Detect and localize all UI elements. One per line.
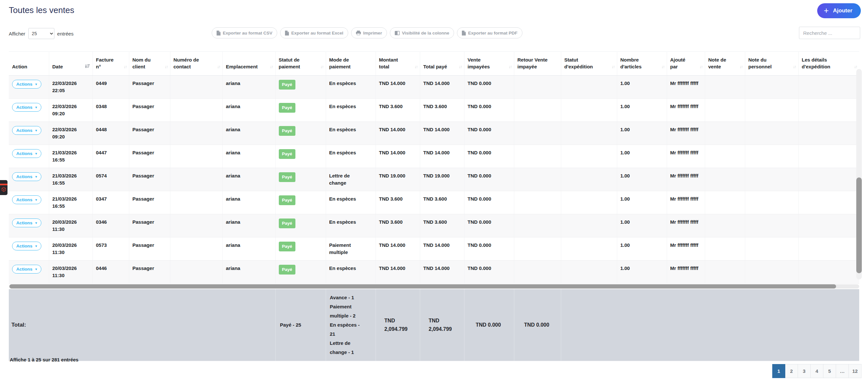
row-actions-button[interactable]: Actions▾	[12, 103, 41, 112]
cell-sell_note	[705, 99, 745, 122]
column-header-staff_note[interactable]: Note du personnel↓↑	[745, 52, 798, 75]
cell-total: TND 14.000	[375, 237, 420, 260]
total-method-item: Lettre de change - 1	[330, 339, 361, 357]
page-button-3[interactable]: 3	[798, 364, 811, 378]
row-actions-button[interactable]: Actions▾	[12, 172, 41, 181]
column-header-contact[interactable]: Numéro de contact↓↑	[170, 52, 222, 75]
cell-location: ariana	[222, 214, 275, 237]
cell-total: TND 3.600	[375, 99, 420, 122]
total-method-item: En espèces - 21	[330, 320, 361, 339]
cell-action: Actions▾	[9, 191, 49, 214]
cell-return_due	[514, 122, 561, 145]
export-excel-button[interactable]: Exporter au format Excel	[280, 27, 348, 38]
cell-shipping_details	[798, 122, 859, 145]
print-button[interactable]: Imprimer	[351, 27, 387, 38]
page-button-12[interactable]: 12	[848, 364, 862, 378]
sort-icon: ↓↑	[270, 63, 273, 70]
column-header-total[interactable]: Montant total↓↑	[375, 52, 420, 75]
cell-due: TND 0.000	[464, 260, 514, 284]
column-header-items[interactable]: Nombre d'articles↓↑	[617, 52, 667, 75]
cell-shipping_details	[798, 191, 859, 214]
page-button-2[interactable]: 2	[785, 364, 798, 378]
column-header-payment_status[interactable]: Statut de paiement↓↑	[275, 52, 326, 75]
export-toolbar: Exporter au format CSVExporter au format…	[212, 27, 522, 38]
row-actions-button[interactable]: Actions▾	[12, 219, 41, 227]
column-header-invoice[interactable]: Facture n°↓↑	[93, 52, 129, 75]
add-sale-button[interactable]: + Ajouter	[817, 3, 861, 18]
cell-payment_method: Paiement multiple	[326, 237, 375, 260]
vertical-scrollbar[interactable]	[856, 69, 862, 279]
cell-return_due	[514, 75, 561, 99]
cell-added_by: Mr fffffff fffff	[667, 75, 705, 99]
column-header-paid[interactable]: Total payé↓↑	[420, 52, 464, 75]
cell-items: 1.00	[617, 191, 667, 214]
horizontal-scrollbar[interactable]	[9, 284, 859, 288]
caret-down-icon: ▾	[35, 129, 37, 132]
pagination: 12345…12	[773, 364, 862, 378]
vertical-scrollbar-thumb[interactable]	[856, 178, 862, 273]
export-csv-button[interactable]: Exporter au format CSV	[212, 27, 277, 38]
sort-desc-icon	[85, 63, 90, 70]
cell-shipping_details	[798, 145, 859, 168]
cell-payment_status: Payé	[275, 75, 326, 99]
cell-contact	[170, 260, 222, 284]
row-actions-button[interactable]: Actions▾	[12, 80, 41, 89]
total-due: TND 0.000	[464, 289, 514, 361]
cell-invoice: 0348	[93, 99, 129, 122]
cell-shipping_status	[561, 237, 617, 260]
cell-items: 1.00	[617, 145, 667, 168]
cell-paid: TND 14.000	[420, 260, 464, 284]
sale-row: Actions▾22/03/2026 22:050449Passageraria…	[9, 75, 859, 99]
side-widget-button[interactable]	[0, 180, 7, 195]
cell-client: Passager	[129, 168, 170, 191]
total-label: Total:	[9, 289, 275, 361]
page-button-4[interactable]: 4	[810, 364, 824, 378]
search-input[interactable]	[799, 27, 860, 39]
column-header-shipping_status[interactable]: Statut d'expédition↓↑	[561, 52, 617, 75]
cell-date: 22/03/2026 09:20	[49, 99, 93, 122]
row-actions-button[interactable]: Actions▾	[12, 242, 41, 250]
export-pdf-button[interactable]: Exporter au format PDF	[457, 27, 522, 38]
cell-added_by: Mr fffffff fffff	[667, 122, 705, 145]
cell-date: 20/03/2026 11:30	[49, 260, 93, 284]
page-title: Toutes les ventes	[9, 5, 74, 15]
cell-invoice: 0573	[93, 237, 129, 260]
cell-due: TND 0.000	[464, 145, 514, 168]
cell-sell_note	[705, 260, 745, 284]
column-header-client[interactable]: Nom du client↓↑	[129, 52, 170, 75]
cell-staff_note	[745, 122, 798, 145]
cell-client: Passager	[129, 214, 170, 237]
column-header-sell_note[interactable]: Note de vente↓↑	[705, 52, 745, 75]
column-header-due[interactable]: Vente impayées↓↑	[464, 52, 514, 75]
page-ellipsis[interactable]: …	[836, 364, 849, 378]
cell-paid: TND 3.600	[420, 214, 464, 237]
cell-payment_status: Payé	[275, 122, 326, 145]
cell-location: ariana	[222, 168, 275, 191]
payment-status-badge: Payé	[279, 80, 296, 90]
column-header-date[interactable]: Date	[49, 52, 93, 75]
column-header-shipping_details[interactable]: Les détails d'expédition↓↑	[798, 52, 859, 75]
cell-action: Actions▾	[9, 260, 49, 284]
cell-shipping_status	[561, 191, 617, 214]
cell-staff_note	[745, 214, 798, 237]
page-button-1[interactable]: 1	[772, 364, 785, 378]
cell-total: TND 14.000	[375, 260, 420, 284]
cell-shipping_status	[561, 145, 617, 168]
page-button-5[interactable]: 5	[823, 364, 836, 378]
row-actions-button[interactable]: Actions▾	[12, 265, 41, 274]
row-actions-button[interactable]: Actions▾	[12, 149, 41, 158]
row-actions-button[interactable]: Actions▾	[12, 195, 41, 204]
total-amount: TND 2,094.799	[375, 289, 420, 361]
row-actions-button[interactable]: Actions▾	[12, 126, 41, 135]
cell-due: TND 0.000	[464, 122, 514, 145]
sale-row: Actions▾21/03/2026 16:550447Passageraria…	[9, 145, 859, 168]
cell-payment_method: Lettre de change	[326, 168, 375, 191]
payment-status-badge: Payé	[279, 242, 296, 251]
cell-action: Actions▾	[9, 214, 49, 237]
horizontal-scrollbar-thumb[interactable]	[9, 284, 836, 288]
column-header-location[interactable]: Emplacement↓↑	[222, 52, 275, 75]
entries-select[interactable]: 25	[28, 28, 54, 39]
columns-icon	[395, 31, 400, 35]
column-header-added_by[interactable]: Ajouté par↓↑	[667, 52, 705, 75]
column-visibility-button[interactable]: Visibilité de la colonne	[390, 27, 454, 38]
